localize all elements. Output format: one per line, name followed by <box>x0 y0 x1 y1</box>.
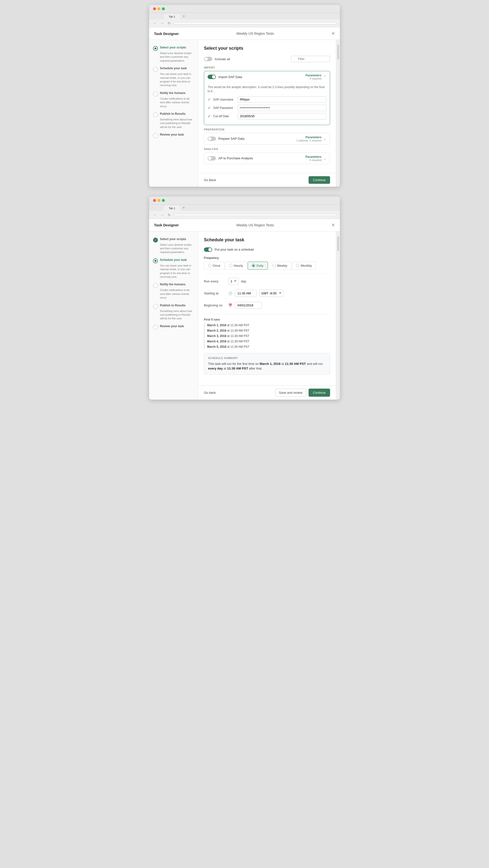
beginning-date-input[interactable] <box>235 302 262 309</box>
step-title-notify-2: Notify the humans <box>160 283 186 286</box>
import-sap-params-label: Parameters <box>306 74 322 77</box>
step-desc-notify-2: Create notifications to be sent after va… <box>160 288 194 300</box>
freq-daily[interactable]: Daily <box>248 261 268 270</box>
sidebar-item-review-2[interactable]: Review your task <box>153 324 194 330</box>
refresh-nav-button[interactable]: ↻ <box>167 21 172 26</box>
script-card-body-import-sap: This would be the analytic description. … <box>204 83 330 125</box>
scrollbar-track-2[interactable] <box>336 231 340 400</box>
app-close-button-2[interactable]: ✕ <box>331 222 335 228</box>
sidebar-item-select-scripts-2[interactable]: ✓ Select your scripts Select your desire… <box>153 237 194 254</box>
summary-text: This task will run for the first time on… <box>208 362 326 371</box>
put-schedule-toggle[interactable] <box>204 247 212 252</box>
step-icon-schedule-task-2 <box>153 258 158 263</box>
timezone-select[interactable]: GMT -8:00 GMT -7:00 GMT +0:00 <box>259 290 284 297</box>
starting-time-input[interactable] <box>235 290 257 297</box>
ap-purchase-toggle[interactable] <box>207 156 216 160</box>
param-input-cutoff[interactable] <box>238 113 326 119</box>
freq-monthly[interactable]: Monthly <box>292 261 316 270</box>
page-title-1: Select your scripts <box>204 46 330 51</box>
filter-wrap: 🔍 <box>291 56 330 62</box>
maximize-traffic-light[interactable] <box>162 7 165 10</box>
sidebar-2: ✓ Select your scripts Select your desire… <box>149 231 198 400</box>
back-nav-button-2[interactable]: ← <box>152 212 158 217</box>
sidebar-item-publish[interactable]: Publish to Results Something here about … <box>153 112 194 129</box>
prepare-sap-name: Prepare SAP Data <box>218 137 244 141</box>
app-body-2: ✓ Select your scripts Select your desire… <box>149 231 340 400</box>
prepare-sap-toggle[interactable] <box>207 136 216 141</box>
step-icon-schedule-task <box>153 67 158 72</box>
doc-title-1: Weekly US Region Tests <box>236 32 274 35</box>
activate-all-toggle[interactable] <box>204 57 212 61</box>
add-tab-button[interactable]: + <box>181 14 187 19</box>
radio-weekly <box>272 264 276 267</box>
clock-icon: 🕐 <box>228 291 232 295</box>
forward-nav-button-2[interactable]: → <box>159 212 165 217</box>
freq-hourly[interactable]: Hourly <box>225 261 247 270</box>
sidebar-item-review[interactable]: Review your task <box>153 133 194 138</box>
freq-monthly-label: Monthly <box>301 264 312 268</box>
param-input-username[interactable] <box>238 96 326 103</box>
maximize-traffic-light-2[interactable] <box>162 199 165 202</box>
go-back-button-1[interactable]: Go Back <box>204 177 216 183</box>
app-header-2: Task Designer Weekly US Region Tests ✕ <box>149 219 340 231</box>
tab-2[interactable]: Tab 1 <box>164 206 180 211</box>
minimize-traffic-light-2[interactable] <box>158 199 160 202</box>
sidebar-item-select-scripts[interactable]: Select your scripts Select your desired … <box>153 46 194 63</box>
step-icon-publish <box>153 112 158 117</box>
radio-monthly <box>296 264 299 267</box>
put-schedule-label: Put your task on a schedule <box>215 248 254 251</box>
sidebar-item-publish-2[interactable]: Publish to Results Something here about … <box>153 304 194 320</box>
freq-weekly-label: Weekly <box>277 264 287 268</box>
address-bar <box>173 22 337 24</box>
param-input-password[interactable] <box>238 105 326 111</box>
close-traffic-light[interactable] <box>153 7 156 10</box>
tab-1[interactable]: Tab 1 <box>164 14 180 19</box>
add-tab-button-2[interactable]: + <box>181 206 187 211</box>
forward-nav-button[interactable]: → <box>159 21 165 26</box>
sidebar-1: Select your scripts Select your desired … <box>149 40 198 187</box>
run-item-3: March 4, 2018 at 11:30 AM PST <box>204 339 330 344</box>
app-close-button-1[interactable]: ✕ <box>331 31 335 36</box>
scrollbar-thumb-1[interactable] <box>337 45 339 59</box>
minimize-traffic-light[interactable] <box>158 7 160 10</box>
step-desc-notify: Create notifications to be sent after va… <box>160 97 194 108</box>
radio-hourly <box>229 264 232 267</box>
step-title-select-scripts: Select your scripts <box>160 46 186 50</box>
scrollbar-track-1[interactable] <box>336 40 340 187</box>
scrollbar-thumb-2[interactable] <box>337 237 339 251</box>
param-row-cutoff: ✓ Cut-off Date <box>207 113 326 119</box>
step-icon-select-scripts <box>153 46 158 51</box>
script-card-prepare-sap: Prepare SAP Data Parameters 1 optional, … <box>204 133 330 145</box>
sidebar-item-notify-2[interactable]: Notify the humans Create notifications t… <box>153 283 194 300</box>
continue-button-1[interactable]: Continue <box>308 176 330 184</box>
go-back-button-2[interactable]: Go back <box>204 389 216 396</box>
run-every-unit: day <box>241 279 246 283</box>
freq-weekly[interactable]: Weekly <box>268 261 291 270</box>
import-sap-params-sub: 3 required <box>306 77 322 80</box>
script-card-header-ap-purchase[interactable]: AP to Purchase Analysis Parameters 4 req… <box>204 153 330 164</box>
section-label-analysis: Analysis <box>204 148 330 151</box>
freq-once[interactable]: Once <box>204 261 224 270</box>
titlebar-1 <box>149 5 340 13</box>
frequency-group: Once Hourly Daily Weekly <box>204 261 330 270</box>
save-review-button[interactable]: Save and review <box>275 389 306 397</box>
back-nav-button[interactable]: ← <box>152 21 158 26</box>
import-sap-toggle[interactable] <box>207 75 216 79</box>
step-title-select-scripts-2: Select your scripts <box>160 237 186 241</box>
step-icon-select-scripts-2: ✓ <box>153 238 158 243</box>
doc-title-2: Weekly US Region Tests <box>236 223 274 227</box>
sidebar-item-notify-humans[interactable]: Notify the humans Create notifications t… <box>153 91 194 108</box>
script-card-header-import-sap[interactable]: Import SAP Data Parameters 3 required ⌃ <box>204 71 330 83</box>
step-desc-schedule-task: You can leave your task in manual mode, … <box>160 72 194 87</box>
param-check-username: ✓ <box>207 97 211 102</box>
sidebar-item-schedule-task-2[interactable]: Schedule your task You can leave your ta… <box>153 258 194 279</box>
run-every-select[interactable]: 1 2 3 <box>228 278 239 285</box>
main-content-1: Select your scripts Activate all 🔍 Impor… <box>198 40 336 173</box>
close-traffic-light-2[interactable] <box>153 199 156 202</box>
sidebar-item-schedule-task[interactable]: Schedule your task You can leave your ta… <box>153 67 194 87</box>
filter-input[interactable] <box>291 56 330 62</box>
starting-at-label: Starting at <box>204 291 226 295</box>
script-card-header-prepare-sap[interactable]: Prepare SAP Data Parameters 1 optional, … <box>204 133 330 144</box>
continue-button-2[interactable]: Continue <box>308 389 330 397</box>
refresh-nav-button-2[interactable]: ↻ <box>167 212 172 217</box>
